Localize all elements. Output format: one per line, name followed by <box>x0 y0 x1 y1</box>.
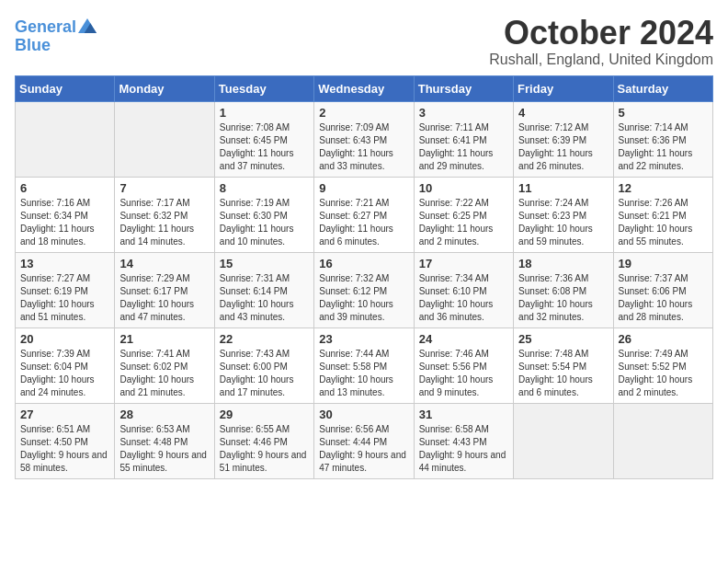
calendar-cell: 3Sunrise: 7:11 AM Sunset: 6:41 PM Daylig… <box>414 101 513 177</box>
day-detail: Sunrise: 7:24 AM Sunset: 6:23 PM Dayligh… <box>518 197 608 248</box>
day-number: 30 <box>319 408 408 421</box>
calendar-cell: 10Sunrise: 7:22 AM Sunset: 6:25 PM Dayli… <box>414 177 513 252</box>
col-header-sunday: Sunday <box>16 75 115 101</box>
col-header-thursday: Thursday <box>414 75 513 101</box>
day-number: 23 <box>319 332 408 346</box>
day-number: 28 <box>119 408 209 421</box>
day-detail: Sunrise: 7:46 AM Sunset: 5:56 PM Dayligh… <box>419 348 508 399</box>
day-detail: Sunrise: 7:36 AM Sunset: 6:08 PM Dayligh… <box>518 272 608 324</box>
logo-icon <box>78 17 97 35</box>
week-row-5: 27Sunrise: 6:51 AM Sunset: 4:50 PM Dayli… <box>16 403 713 478</box>
calendar-cell: 20Sunrise: 7:39 AM Sunset: 6:04 PM Dayli… <box>16 327 115 403</box>
day-detail: Sunrise: 7:31 AM Sunset: 6:14 PM Dayligh… <box>220 272 309 324</box>
day-detail: Sunrise: 6:55 AM Sunset: 4:46 PM Dayligh… <box>220 423 309 475</box>
week-row-3: 13Sunrise: 7:27 AM Sunset: 6:19 PM Dayli… <box>16 252 713 327</box>
title-section: October 2024 Rushall, England, United Ki… <box>489 15 713 68</box>
calendar-cell: 30Sunrise: 6:56 AM Sunset: 4:44 PM Dayli… <box>314 403 414 478</box>
day-detail: Sunrise: 7:32 AM Sunset: 6:12 PM Dayligh… <box>319 272 408 324</box>
col-header-tuesday: Tuesday <box>214 75 313 101</box>
calendar-cell: 19Sunrise: 7:37 AM Sunset: 6:06 PM Dayli… <box>613 252 712 327</box>
day-number: 27 <box>20 408 109 421</box>
day-number: 12 <box>619 181 708 195</box>
calendar-cell: 2Sunrise: 7:09 AM Sunset: 6:43 PM Daylig… <box>314 101 414 177</box>
day-detail: Sunrise: 7:41 AM Sunset: 6:02 PM Dayligh… <box>119 348 209 399</box>
day-number: 20 <box>20 332 109 346</box>
day-number: 22 <box>220 332 309 346</box>
day-detail: Sunrise: 6:56 AM Sunset: 4:44 PM Dayligh… <box>319 423 408 475</box>
calendar-cell: 14Sunrise: 7:29 AM Sunset: 6:17 PM Dayli… <box>115 252 214 327</box>
logo: General Blue <box>15 18 97 55</box>
calendar-cell: 29Sunrise: 6:55 AM Sunset: 4:46 PM Dayli… <box>214 403 313 478</box>
day-detail: Sunrise: 7:39 AM Sunset: 6:04 PM Dayligh… <box>20 348 109 399</box>
day-number: 1 <box>220 106 309 120</box>
day-number: 29 <box>220 408 309 421</box>
calendar-cell <box>16 101 115 177</box>
calendar-cell <box>115 101 214 177</box>
calendar-cell: 24Sunrise: 7:46 AM Sunset: 5:56 PM Dayli… <box>414 327 513 403</box>
calendar-cell: 21Sunrise: 7:41 AM Sunset: 6:02 PM Dayli… <box>115 327 214 403</box>
day-number: 31 <box>419 408 508 421</box>
day-number: 24 <box>419 332 508 346</box>
calendar-cell: 22Sunrise: 7:43 AM Sunset: 6:00 PM Dayli… <box>214 327 313 403</box>
day-number: 25 <box>518 332 608 346</box>
calendar-cell: 15Sunrise: 7:31 AM Sunset: 6:14 PM Dayli… <box>214 252 313 327</box>
calendar-cell: 26Sunrise: 7:49 AM Sunset: 5:52 PM Dayli… <box>613 327 712 403</box>
day-number: 11 <box>518 181 608 195</box>
col-header-friday: Friday <box>514 75 613 101</box>
day-detail: Sunrise: 7:16 AM Sunset: 6:34 PM Dayligh… <box>20 197 109 248</box>
page-header: General Blue October 2024 Rushall, Engla… <box>15 15 713 68</box>
logo-text-line2: Blue <box>15 37 51 55</box>
day-number: 5 <box>619 106 708 120</box>
day-number: 16 <box>319 257 408 270</box>
calendar-cell: 5Sunrise: 7:14 AM Sunset: 6:36 PM Daylig… <box>613 101 712 177</box>
day-detail: Sunrise: 7:08 AM Sunset: 6:45 PM Dayligh… <box>220 121 309 173</box>
calendar-cell: 31Sunrise: 6:58 AM Sunset: 4:43 PM Dayli… <box>414 403 513 478</box>
day-detail: Sunrise: 7:22 AM Sunset: 6:25 PM Dayligh… <box>419 197 508 248</box>
day-number: 10 <box>419 181 508 195</box>
day-number: 18 <box>518 257 608 270</box>
day-number: 21 <box>119 332 209 346</box>
calendar-cell: 16Sunrise: 7:32 AM Sunset: 6:12 PM Dayli… <box>314 252 414 327</box>
day-number: 4 <box>518 106 608 120</box>
day-detail: Sunrise: 7:43 AM Sunset: 6:00 PM Dayligh… <box>220 348 309 399</box>
day-detail: Sunrise: 7:27 AM Sunset: 6:19 PM Dayligh… <box>20 272 109 324</box>
calendar-cell: 12Sunrise: 7:26 AM Sunset: 6:21 PM Dayli… <box>613 177 712 252</box>
day-detail: Sunrise: 7:26 AM Sunset: 6:21 PM Dayligh… <box>619 197 708 248</box>
calendar-cell: 18Sunrise: 7:36 AM Sunset: 6:08 PM Dayli… <box>514 252 613 327</box>
day-detail: Sunrise: 7:34 AM Sunset: 6:10 PM Dayligh… <box>419 272 508 324</box>
day-detail: Sunrise: 6:53 AM Sunset: 4:48 PM Dayligh… <box>119 423 209 475</box>
day-detail: Sunrise: 7:11 AM Sunset: 6:41 PM Dayligh… <box>419 121 508 173</box>
day-number: 8 <box>220 181 309 195</box>
week-row-4: 20Sunrise: 7:39 AM Sunset: 6:04 PM Dayli… <box>16 327 713 403</box>
day-detail: Sunrise: 6:58 AM Sunset: 4:43 PM Dayligh… <box>419 423 508 475</box>
calendar-cell: 1Sunrise: 7:08 AM Sunset: 6:45 PM Daylig… <box>214 101 313 177</box>
calendar-cell: 9Sunrise: 7:21 AM Sunset: 6:27 PM Daylig… <box>314 177 414 252</box>
day-number: 15 <box>220 257 309 270</box>
day-number: 26 <box>619 332 708 346</box>
day-detail: Sunrise: 7:17 AM Sunset: 6:32 PM Dayligh… <box>119 197 209 248</box>
calendar-cell: 28Sunrise: 6:53 AM Sunset: 4:48 PM Dayli… <box>115 403 214 478</box>
location-subtitle: Rushall, England, United Kingdom <box>489 52 713 68</box>
day-number: 3 <box>419 106 508 120</box>
calendar-cell <box>613 403 712 478</box>
calendar-cell: 8Sunrise: 7:19 AM Sunset: 6:30 PM Daylig… <box>214 177 313 252</box>
logo-text-line1: General <box>15 18 76 37</box>
day-number: 14 <box>119 257 209 270</box>
month-title: October 2024 <box>489 15 713 52</box>
week-row-2: 6Sunrise: 7:16 AM Sunset: 6:34 PM Daylig… <box>16 177 713 252</box>
calendar-cell: 23Sunrise: 7:44 AM Sunset: 5:58 PM Dayli… <box>314 327 414 403</box>
calendar-cell: 17Sunrise: 7:34 AM Sunset: 6:10 PM Dayli… <box>414 252 513 327</box>
day-number: 6 <box>20 181 109 195</box>
calendar-cell: 11Sunrise: 7:24 AM Sunset: 6:23 PM Dayli… <box>514 177 613 252</box>
day-detail: Sunrise: 7:48 AM Sunset: 5:54 PM Dayligh… <box>518 348 608 399</box>
col-header-wednesday: Wednesday <box>314 75 414 101</box>
day-detail: Sunrise: 7:29 AM Sunset: 6:17 PM Dayligh… <box>119 272 209 324</box>
calendar-cell: 4Sunrise: 7:12 AM Sunset: 6:39 PM Daylig… <box>514 101 613 177</box>
day-detail: Sunrise: 7:37 AM Sunset: 6:06 PM Dayligh… <box>619 272 708 324</box>
week-row-1: 1Sunrise: 7:08 AM Sunset: 6:45 PM Daylig… <box>16 101 713 177</box>
day-detail: Sunrise: 7:19 AM Sunset: 6:30 PM Dayligh… <box>220 197 309 248</box>
calendar-cell: 13Sunrise: 7:27 AM Sunset: 6:19 PM Dayli… <box>16 252 115 327</box>
calendar-cell <box>514 403 613 478</box>
day-number: 13 <box>20 257 109 270</box>
day-number: 19 <box>619 257 708 270</box>
